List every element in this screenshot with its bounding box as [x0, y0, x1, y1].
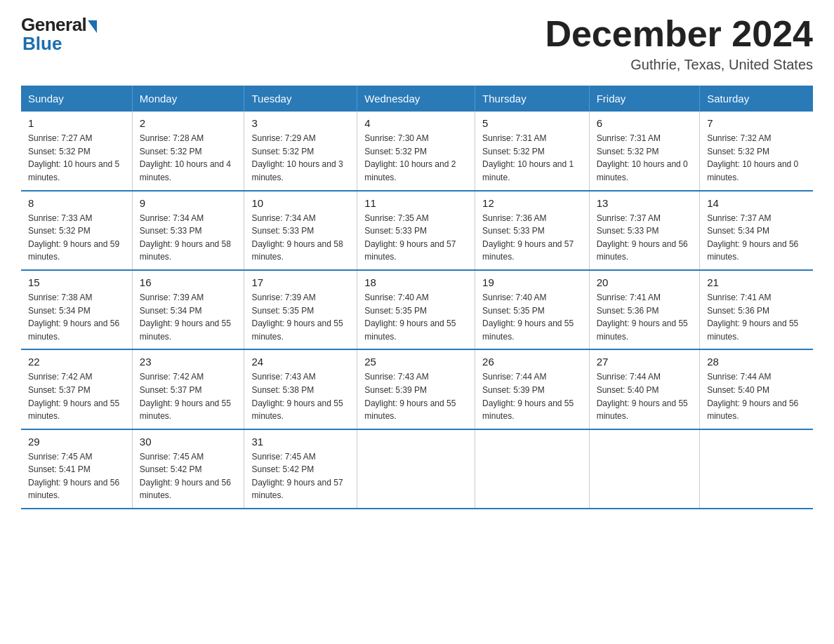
day-number: 22	[28, 356, 125, 368]
day-info: Sunrise: 7:34 AMSunset: 5:33 PMDaylight:…	[140, 213, 231, 262]
table-row: 14Sunrise: 7:37 AMSunset: 5:34 PMDayligh…	[700, 191, 813, 270]
day-number: 3	[251, 117, 350, 129]
table-row: 26Sunrise: 7:44 AMSunset: 5:39 PMDayligh…	[475, 349, 590, 429]
table-row	[700, 429, 813, 509]
header-monday: Monday	[132, 86, 244, 112]
header-friday: Friday	[589, 86, 700, 112]
day-info: Sunrise: 7:36 AMSunset: 5:33 PMDaylight:…	[482, 213, 574, 262]
table-row	[357, 429, 475, 509]
day-number: 19	[482, 276, 582, 288]
table-row: 8Sunrise: 7:33 AMSunset: 5:32 PMDaylight…	[21, 191, 132, 270]
day-number: 9	[140, 197, 237, 209]
table-row: 24Sunrise: 7:43 AMSunset: 5:38 PMDayligh…	[244, 349, 357, 429]
header-wednesday: Wednesday	[357, 86, 475, 112]
table-row: 1Sunrise: 7:27 AMSunset: 5:32 PMDaylight…	[21, 112, 132, 190]
day-info: Sunrise: 7:34 AMSunset: 5:33 PMDaylight:…	[251, 213, 343, 262]
table-row: 10Sunrise: 7:34 AMSunset: 5:33 PMDayligh…	[244, 191, 357, 270]
table-row: 9Sunrise: 7:34 AMSunset: 5:33 PMDaylight…	[132, 191, 244, 270]
table-row: 30Sunrise: 7:45 AMSunset: 5:42 PMDayligh…	[132, 429, 244, 509]
day-number: 25	[364, 356, 468, 368]
location-text: Guthrie, Texas, United States	[545, 57, 813, 73]
header-saturday: Saturday	[700, 86, 813, 112]
day-info: Sunrise: 7:31 AMSunset: 5:32 PMDaylight:…	[482, 133, 574, 182]
day-number: 13	[597, 197, 693, 209]
day-number: 28	[707, 356, 806, 368]
day-info: Sunrise: 7:42 AMSunset: 5:37 PMDaylight:…	[28, 372, 119, 421]
day-number: 16	[140, 276, 237, 288]
day-number: 4	[364, 117, 468, 129]
day-info: Sunrise: 7:31 AMSunset: 5:32 PMDaylight:…	[597, 133, 688, 182]
table-row: 12Sunrise: 7:36 AMSunset: 5:33 PMDayligh…	[475, 191, 590, 270]
table-row: 29Sunrise: 7:45 AMSunset: 5:41 PMDayligh…	[21, 429, 132, 509]
month-title: December 2024	[545, 14, 813, 54]
day-info: Sunrise: 7:44 AMSunset: 5:40 PMDaylight:…	[597, 372, 688, 421]
day-number: 29	[28, 436, 125, 448]
day-info: Sunrise: 7:27 AMSunset: 5:32 PMDaylight:…	[28, 133, 119, 182]
day-info: Sunrise: 7:30 AMSunset: 5:32 PMDaylight:…	[364, 133, 456, 182]
day-info: Sunrise: 7:42 AMSunset: 5:37 PMDaylight:…	[140, 372, 231, 421]
day-info: Sunrise: 7:39 AMSunset: 5:35 PMDaylight:…	[251, 293, 343, 342]
page-header: General Blue December 2024 Guthrie, Texa…	[21, 14, 813, 73]
title-section: December 2024 Guthrie, Texas, United Sta…	[545, 14, 813, 73]
day-info: Sunrise: 7:45 AMSunset: 5:42 PMDaylight:…	[251, 452, 343, 501]
day-number: 17	[251, 276, 350, 288]
day-number: 24	[251, 356, 350, 368]
day-number: 31	[251, 436, 350, 448]
day-number: 6	[597, 117, 693, 129]
day-info: Sunrise: 7:37 AMSunset: 5:34 PMDaylight:…	[707, 213, 798, 262]
table-row: 4Sunrise: 7:30 AMSunset: 5:32 PMDaylight…	[357, 112, 475, 190]
day-number: 1	[28, 117, 125, 129]
table-row: 28Sunrise: 7:44 AMSunset: 5:40 PMDayligh…	[700, 349, 813, 429]
day-info: Sunrise: 7:29 AMSunset: 5:32 PMDaylight:…	[251, 133, 343, 182]
day-number: 27	[597, 356, 693, 368]
day-number: 18	[364, 276, 468, 288]
day-info: Sunrise: 7:45 AMSunset: 5:42 PMDaylight:…	[140, 452, 231, 501]
day-info: Sunrise: 7:45 AMSunset: 5:41 PMDaylight:…	[28, 452, 119, 501]
logo: General Blue	[21, 14, 97, 55]
table-row: 22Sunrise: 7:42 AMSunset: 5:37 PMDayligh…	[21, 349, 132, 429]
day-info: Sunrise: 7:32 AMSunset: 5:32 PMDaylight:…	[707, 133, 798, 182]
table-row: 11Sunrise: 7:35 AMSunset: 5:33 PMDayligh…	[357, 191, 475, 270]
day-number: 12	[482, 197, 582, 209]
table-row: 31Sunrise: 7:45 AMSunset: 5:42 PMDayligh…	[244, 429, 357, 509]
day-number: 10	[251, 197, 350, 209]
day-info: Sunrise: 7:43 AMSunset: 5:39 PMDaylight:…	[364, 372, 456, 421]
header-tuesday: Tuesday	[244, 86, 357, 112]
header-thursday: Thursday	[475, 86, 590, 112]
day-number: 30	[140, 436, 237, 448]
day-info: Sunrise: 7:44 AMSunset: 5:39 PMDaylight:…	[482, 372, 574, 421]
header-sunday: Sunday	[21, 86, 132, 112]
table-row: 2Sunrise: 7:28 AMSunset: 5:32 PMDaylight…	[132, 112, 244, 190]
table-row	[589, 429, 700, 509]
table-row: 20Sunrise: 7:41 AMSunset: 5:36 PMDayligh…	[589, 270, 700, 349]
calendar-header: Sunday Monday Tuesday Wednesday Thursday…	[21, 86, 813, 112]
day-info: Sunrise: 7:35 AMSunset: 5:33 PMDaylight:…	[364, 213, 456, 262]
day-number: 15	[28, 276, 125, 288]
day-number: 14	[707, 197, 806, 209]
table-row: 13Sunrise: 7:37 AMSunset: 5:33 PMDayligh…	[589, 191, 700, 270]
day-info: Sunrise: 7:40 AMSunset: 5:35 PMDaylight:…	[364, 293, 456, 342]
table-row: 17Sunrise: 7:39 AMSunset: 5:35 PMDayligh…	[244, 270, 357, 349]
calendar-table: Sunday Monday Tuesday Wednesday Thursday…	[21, 86, 813, 509]
day-info: Sunrise: 7:38 AMSunset: 5:34 PMDaylight:…	[28, 293, 119, 342]
table-row: 19Sunrise: 7:40 AMSunset: 5:35 PMDayligh…	[475, 270, 590, 349]
day-info: Sunrise: 7:41 AMSunset: 5:36 PMDaylight:…	[597, 293, 688, 342]
day-number: 7	[707, 117, 806, 129]
day-info: Sunrise: 7:37 AMSunset: 5:33 PMDaylight:…	[597, 213, 688, 262]
day-number: 23	[140, 356, 237, 368]
day-info: Sunrise: 7:39 AMSunset: 5:34 PMDaylight:…	[140, 293, 231, 342]
day-number: 26	[482, 356, 582, 368]
day-info: Sunrise: 7:40 AMSunset: 5:35 PMDaylight:…	[482, 293, 574, 342]
day-info: Sunrise: 7:28 AMSunset: 5:32 PMDaylight:…	[140, 133, 231, 182]
table-row: 6Sunrise: 7:31 AMSunset: 5:32 PMDaylight…	[589, 112, 700, 190]
day-info: Sunrise: 7:44 AMSunset: 5:40 PMDaylight:…	[707, 372, 798, 421]
table-row: 16Sunrise: 7:39 AMSunset: 5:34 PMDayligh…	[132, 270, 244, 349]
table-row: 21Sunrise: 7:41 AMSunset: 5:36 PMDayligh…	[700, 270, 813, 349]
day-number: 2	[140, 117, 237, 129]
table-row: 23Sunrise: 7:42 AMSunset: 5:37 PMDayligh…	[132, 349, 244, 429]
table-row: 7Sunrise: 7:32 AMSunset: 5:32 PMDaylight…	[700, 112, 813, 190]
table-row	[475, 429, 590, 509]
table-row: 5Sunrise: 7:31 AMSunset: 5:32 PMDaylight…	[475, 112, 590, 190]
table-row: 15Sunrise: 7:38 AMSunset: 5:34 PMDayligh…	[21, 270, 132, 349]
table-row: 3Sunrise: 7:29 AMSunset: 5:32 PMDaylight…	[244, 112, 357, 190]
